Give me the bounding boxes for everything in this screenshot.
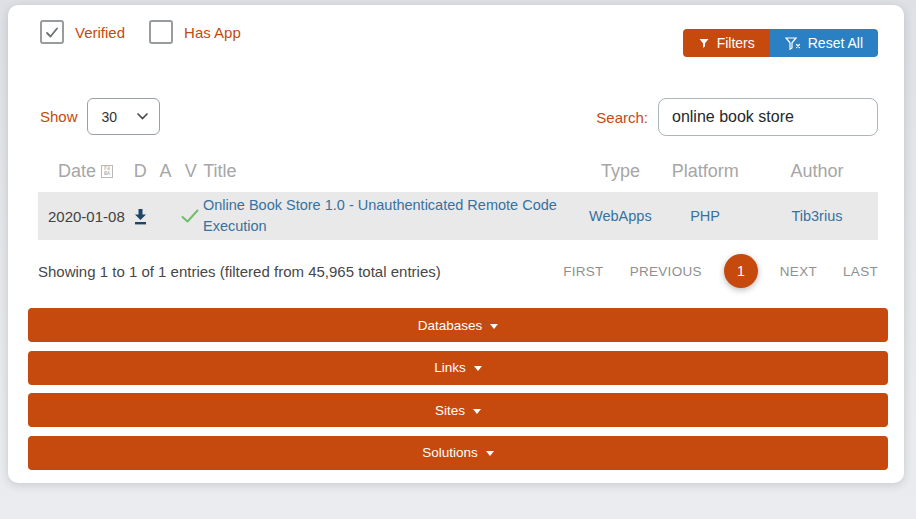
entries-summary: Showing 1 to 1 of 1 entries (filtered fr… (38, 263, 441, 280)
header-title[interactable]: Title (203, 161, 586, 182)
results-table: Date F4BA D A V Title Type Platform Auth… (38, 150, 878, 288)
pagination: First Previous 1 Next Last (563, 254, 878, 288)
table-row: 2020-01-08 Online Book Store 1. (38, 192, 878, 240)
solutions-menu-button[interactable]: Solutions (28, 436, 888, 470)
databases-menu-button[interactable]: Databases (28, 308, 888, 342)
header-app[interactable]: A (153, 161, 178, 182)
platform-cell: PHP (654, 207, 756, 225)
header-verified[interactable]: V (178, 161, 203, 182)
last-page-button[interactable]: Last (843, 264, 878, 279)
exploit-title-link[interactable]: Online Book Store 1.0 - Unauthenticated … (203, 195, 558, 237)
caret-down-icon (474, 366, 482, 371)
platform-link[interactable]: PHP (690, 208, 720, 224)
verified-cell (178, 209, 203, 223)
title-cell: Online Book Store 1.0 - Unauthenticated … (203, 195, 586, 237)
chevron-down-icon (137, 113, 148, 120)
header-author[interactable]: Author (756, 161, 878, 182)
caret-down-icon (486, 451, 494, 456)
date-cell: 2020-01-08 (38, 208, 127, 225)
search-label: Search: (596, 109, 648, 126)
previous-page-button[interactable]: Previous (630, 264, 702, 279)
filter-toggles: Verified Has App (40, 20, 265, 44)
author-link[interactable]: Tib3rius (791, 208, 842, 224)
verified-checkbox[interactable] (40, 20, 64, 44)
checkmark-icon (45, 26, 59, 39)
show-label: Show (40, 108, 78, 125)
current-page-button[interactable]: 1 (724, 254, 758, 288)
download-button[interactable] (127, 208, 152, 225)
filters-button-label: Filters (717, 35, 755, 51)
header-platform[interactable]: Platform (654, 161, 756, 182)
links-menu-button[interactable]: Links (28, 351, 888, 385)
header-date[interactable]: Date F4BA (38, 161, 128, 182)
download-icon (133, 208, 148, 225)
funnel-x-icon (785, 37, 801, 50)
page-size-value: 30 (102, 109, 118, 125)
filters-button[interactable]: Filters (683, 29, 770, 57)
page-size-control: Show 30 (40, 98, 160, 135)
first-page-button[interactable]: First (563, 264, 604, 279)
footer-menus: Databases Links Sites Solutions (28, 308, 888, 478)
table-header-row: Date F4BA D A V Title Type Platform Auth… (38, 150, 878, 192)
caret-down-icon (473, 409, 481, 414)
funnel-icon (698, 37, 710, 49)
verified-check-icon (181, 209, 199, 223)
type-cell: WebApps (586, 207, 654, 225)
caret-down-icon (490, 324, 498, 329)
sites-menu-button[interactable]: Sites (28, 393, 888, 427)
header-download[interactable]: D (128, 161, 153, 182)
page-size-select[interactable]: 30 (87, 98, 160, 135)
filter-button-group: Filters Reset All (683, 29, 878, 57)
has-app-checkbox[interactable] (149, 20, 173, 44)
has-app-label[interactable]: Has App (184, 24, 241, 41)
search-input[interactable] (658, 98, 878, 136)
header-type[interactable]: Type (587, 161, 655, 182)
reset-all-button-label: Reset All (808, 35, 863, 51)
next-page-button[interactable]: Next (780, 264, 817, 279)
table-footer: Showing 1 to 1 of 1 entries (filtered fr… (38, 254, 878, 288)
author-cell: Tib3rius (756, 207, 878, 225)
reset-all-button[interactable]: Reset All (770, 29, 878, 57)
type-link[interactable]: WebApps (589, 208, 652, 224)
results-card: Verified Has App Filters Reset All Show … (8, 5, 904, 483)
exploitdb-search-page: { "filters": { "verified": { "label": "V… (0, 0, 916, 519)
date-sort-glyph-icon: F4BA (101, 165, 113, 178)
verified-label[interactable]: Verified (75, 24, 125, 41)
search-control: Search: (596, 98, 878, 136)
